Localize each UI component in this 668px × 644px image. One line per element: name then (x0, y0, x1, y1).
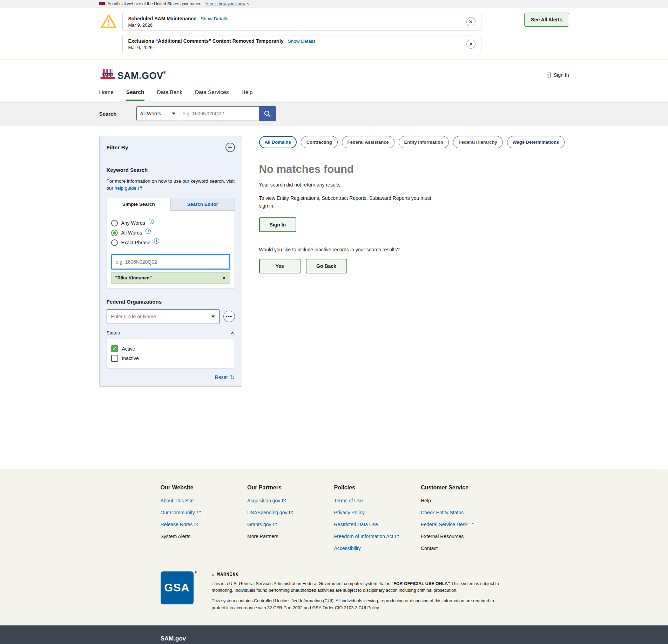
footer-col-customer-service: Customer Service Help Check Entity Statu… (421, 484, 508, 557)
alert-title: Scheduled SAM Maintenance (128, 16, 196, 21)
footer-col-heading: Our Partners (247, 484, 334, 491)
external-link-icon (289, 510, 293, 515)
sign-in-note: To view Entity Registrations, Subcontrac… (259, 195, 441, 210)
us-flag-icon (99, 2, 105, 6)
footer-link-usaspending-gov[interactable]: USASpending.gov (247, 510, 334, 515)
inactive-records-question: Would you like to include inactive recor… (259, 247, 569, 252)
footer-link-more-partners[interactable]: More Partners (247, 534, 334, 539)
pill-wage-determinations[interactable]: Wage Determinations (507, 136, 565, 148)
top-search-input[interactable] (179, 106, 259, 121)
external-link-icon (138, 186, 142, 190)
footer-col-heading: Customer Service (421, 484, 508, 491)
pill-federal-hierarchy[interactable]: Federal Hierarchy (453, 136, 503, 148)
see-all-alerts-button[interactable]: See All Alerts (524, 13, 569, 27)
keyword-input[interactable] (111, 254, 230, 270)
alert-maintenance: Scheduled SAM Maintenance Show Details M… (122, 13, 481, 31)
nav-item-search[interactable]: Search (126, 89, 144, 101)
warning-triangle-icon (101, 14, 117, 29)
how-you-know-link[interactable]: Here’s how you know (205, 1, 250, 6)
search-mode-select[interactable]: All Words (136, 106, 179, 121)
system-warning: ⚠ WARNING This is a U.S. General Service… (212, 571, 503, 612)
footer-link-restricted-data-use[interactable]: Restricted Data Use (334, 522, 421, 527)
footer-link-release-notes[interactable]: Release Notes (161, 522, 248, 527)
footer-site-name: SAM.gov (161, 635, 508, 642)
alert-show-details-link[interactable]: Show Details (288, 39, 316, 44)
federal-organizations-more-button[interactable]: ••• (223, 311, 235, 322)
status-section-toggle[interactable]: Status (107, 330, 235, 335)
footer-link-our-community[interactable]: Our Community (161, 510, 248, 515)
pill-entity-information[interactable]: Entity Information (399, 136, 449, 148)
tab-search-editor[interactable]: Search Editor (171, 198, 235, 211)
pill-contracting[interactable]: Contracting (301, 136, 338, 148)
search-icon (264, 110, 271, 117)
chevron-down-icon (211, 316, 215, 318)
external-link-icon (282, 499, 286, 503)
footer-link-privacy-policy[interactable]: Privacy Policy (334, 510, 421, 515)
info-icon[interactable]: i (149, 219, 154, 224)
domain-filter-pills: All Domains Contracting Federal Assistan… (259, 136, 569, 148)
yes-button[interactable]: Yes (259, 259, 301, 273)
footer-col-heading: Our Website (161, 484, 248, 491)
chevron-up-icon (230, 331, 235, 335)
external-link-icon (194, 522, 198, 527)
sign-in-icon (545, 72, 551, 78)
gsa-registered-mark: ® (195, 571, 197, 574)
footer-link-system-alerts[interactable]: System Alerts (161, 534, 248, 539)
pill-federal-assistance[interactable]: Federal Assistance (342, 136, 394, 148)
footer-link-foia[interactable]: Freedom of Information Act (334, 534, 421, 539)
reset-filters-link[interactable]: Reset (215, 374, 228, 380)
footer-link-grants-gov[interactable]: Grants.gov (247, 522, 334, 527)
alerts-section: Scheduled SAM Maintenance Show Details M… (0, 8, 668, 60)
main-content: Filter By Keyword Search For more inform… (99, 136, 569, 387)
nav-item-data-bank[interactable]: Data Bank (157, 89, 182, 101)
info-icon[interactable]: i (154, 238, 159, 244)
keyword-tag-remove[interactable]: ✕ (222, 275, 226, 281)
alert-close-button[interactable]: ✕ (466, 17, 475, 26)
tab-simple-search[interactable]: Simple Search (107, 198, 171, 211)
checkbox-active[interactable]: ✓ (111, 345, 118, 352)
radio-exact-phrase[interactable] (111, 239, 118, 246)
site-header: SAM.GOV® Sign In Home Search Data Bank D… (0, 60, 668, 101)
logo-dot: . (139, 70, 142, 81)
footer-link-terms-of-use[interactable]: Terms of Use (334, 498, 421, 503)
samgov-logo[interactable]: SAM.GOV® (99, 69, 166, 81)
alert-close-button[interactable]: ✕ (466, 40, 475, 49)
checkbox-inactive-label: Inactive (122, 355, 139, 361)
alert-date: Mar 9, 2026 (128, 22, 228, 28)
warning-paragraph-1: This is a U.S. General Services Administ… (212, 581, 503, 594)
checkbox-active-label: Active (122, 346, 135, 352)
nav-item-help[interactable]: Help (241, 89, 252, 101)
footer-link-external-resources[interactable]: External Resources (421, 534, 508, 539)
logo-sam: SAM (117, 70, 139, 81)
warning-icon: ⚠ (212, 571, 215, 577)
checkbox-inactive[interactable] (111, 355, 118, 362)
federal-organizations-combo[interactable]: Enter Code or Name (107, 309, 220, 324)
footer-link-about-this-site[interactable]: About This Site (161, 498, 248, 503)
reset-icon: ↻ (230, 374, 235, 381)
radio-any-words[interactable] (111, 220, 118, 226)
footer-link-contact[interactable]: Contact (421, 545, 508, 551)
radio-all-words[interactable] (111, 230, 118, 236)
footer-link-acquisition-gov[interactable]: Acquisition.gov (247, 498, 334, 503)
warning-paragraph-2: This system contains Controlled Unclassi… (212, 598, 503, 611)
go-back-button[interactable]: Go Back (306, 259, 347, 273)
info-icon[interactable]: i (146, 229, 151, 234)
footer-link-help[interactable]: Help (421, 498, 508, 503)
nav-item-home[interactable]: Home (99, 89, 114, 101)
footer-dark-band: SAM.gov An official website of the U.S. … (0, 625, 668, 644)
keyword-tag-label: "Riku Kinnunen" (115, 275, 152, 280)
alert-show-details-link[interactable]: Show Details (201, 16, 228, 21)
keyword-tag: "Riku Kinnunen" ✕ (111, 272, 230, 284)
header-sign-in[interactable]: Sign In (545, 72, 569, 78)
footer-link-accessibility[interactable]: Accessibility (334, 545, 421, 551)
search-submit-button[interactable] (259, 106, 276, 121)
footer-link-check-entity-status[interactable]: Check Entity Status (421, 510, 508, 515)
footer-link-federal-service-desk[interactable]: Federal Service Desk (421, 522, 508, 527)
help-guide-link[interactable]: help guide (115, 185, 142, 192)
search-label: Search (99, 111, 117, 117)
nav-item-data-services[interactable]: Data Services (195, 89, 229, 101)
collapse-filters-button[interactable] (225, 143, 235, 152)
search-strip: Search All Words (0, 101, 668, 126)
sign-in-button[interactable]: Sign In (259, 217, 297, 232)
pill-all-domains[interactable]: All Domains (259, 136, 297, 148)
